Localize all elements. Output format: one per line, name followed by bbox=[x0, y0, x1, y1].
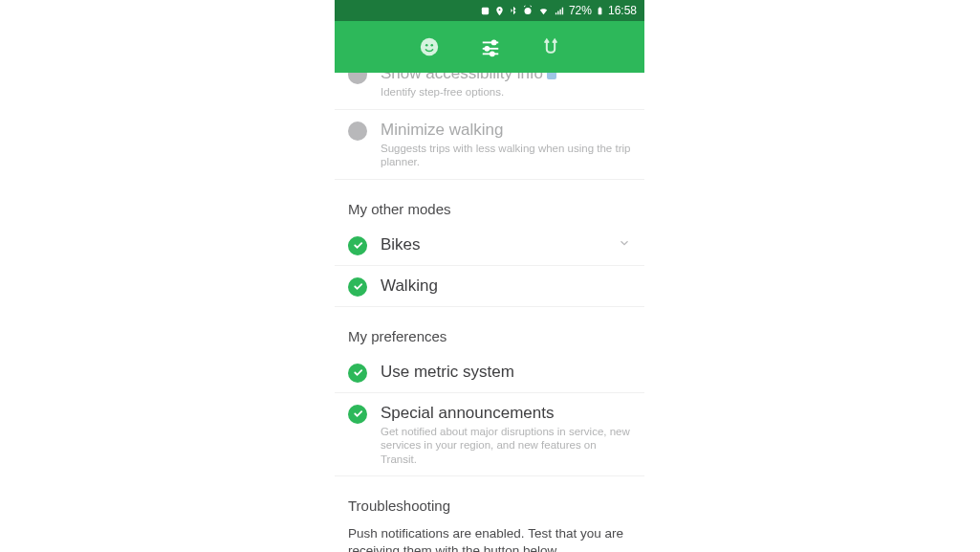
settings-content[interactable]: Show accessibility info Identify step-fr… bbox=[335, 73, 644, 552]
check-icon[interactable] bbox=[348, 405, 367, 424]
svg-point-6 bbox=[430, 44, 433, 47]
svg-rect-3 bbox=[599, 7, 601, 8]
setting-minimize-walking[interactable]: Minimize walking Suggests trips with les… bbox=[335, 110, 644, 180]
toggle-off-icon[interactable] bbox=[348, 73, 367, 84]
section-header-modes: My other modes bbox=[335, 180, 644, 225]
section-header-troubleshooting: Troubleshooting bbox=[335, 476, 644, 521]
svg-rect-2 bbox=[599, 8, 602, 14]
tab-route[interactable] bbox=[541, 36, 560, 57]
pref-label: Special announcements bbox=[381, 403, 631, 423]
setting-show-accessibility[interactable]: Show accessibility info Identify step-fr… bbox=[335, 73, 644, 110]
pref-label: Use metric system bbox=[381, 362, 631, 382]
phone-frame: 72% 16:58 Show accessibility info Identi… bbox=[335, 0, 644, 552]
setting-subtitle: Suggests trips with less walking when us… bbox=[381, 142, 631, 169]
app-tab-bar bbox=[335, 21, 644, 73]
battery-percentage: 72% bbox=[569, 4, 592, 17]
mode-walking[interactable]: Walking bbox=[335, 266, 644, 307]
svg-rect-0 bbox=[482, 7, 489, 13]
setting-title: Show accessibility info bbox=[381, 73, 631, 83]
pref-announcements[interactable]: Special announcements Get notified about… bbox=[335, 393, 644, 476]
tab-sliders[interactable] bbox=[480, 36, 501, 57]
setting-subtitle: Identify step-free options. bbox=[381, 85, 631, 99]
badge-icon bbox=[547, 73, 556, 79]
pref-metric[interactable]: Use metric system bbox=[335, 352, 644, 393]
mode-label: Walking bbox=[381, 276, 631, 296]
alarm-icon bbox=[522, 5, 534, 16]
svg-point-5 bbox=[425, 44, 428, 47]
clock: 16:58 bbox=[608, 4, 637, 17]
location-icon bbox=[494, 6, 505, 16]
setting-title: Minimize walking bbox=[381, 120, 631, 140]
wifi-icon bbox=[537, 6, 550, 16]
mode-label: Bikes bbox=[381, 234, 604, 254]
troubleshooting-text: Push notifications are enabled. Test tha… bbox=[335, 521, 644, 552]
svg-point-12 bbox=[490, 52, 494, 55]
tab-emoji[interactable] bbox=[419, 36, 440, 57]
check-icon[interactable] bbox=[348, 236, 367, 255]
check-icon[interactable] bbox=[348, 277, 367, 297]
status-bar: 72% 16:58 bbox=[335, 0, 644, 21]
nfc-icon bbox=[480, 6, 490, 16]
signal-icon bbox=[554, 6, 565, 16]
svg-point-8 bbox=[492, 40, 496, 44]
svg-point-10 bbox=[485, 47, 489, 51]
battery-icon bbox=[596, 5, 604, 17]
svg-point-1 bbox=[524, 8, 531, 14]
bluetooth-icon bbox=[509, 5, 518, 16]
pref-subtitle: Get notified about major disruptions in … bbox=[381, 425, 631, 466]
svg-point-4 bbox=[421, 38, 438, 55]
mode-bikes[interactable]: Bikes bbox=[335, 225, 644, 266]
section-header-preferences: My preferences bbox=[335, 307, 644, 352]
check-icon[interactable] bbox=[348, 364, 367, 383]
chevron-down-icon[interactable] bbox=[618, 236, 631, 254]
toggle-off-icon[interactable] bbox=[348, 121, 367, 141]
